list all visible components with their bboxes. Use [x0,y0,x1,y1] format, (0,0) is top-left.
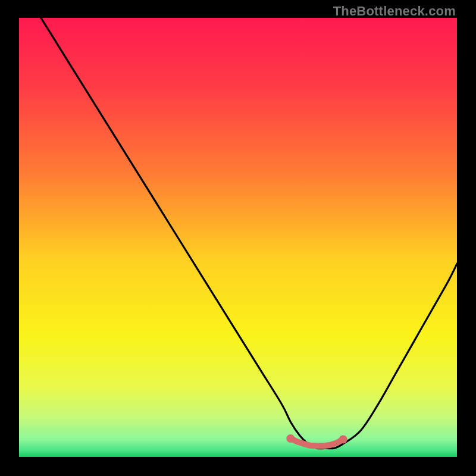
optimal-range-endpoint [339,435,347,443]
bottleneck-curve [19,18,457,457]
chart-frame [19,18,457,457]
plot-area [19,18,457,457]
optimal-range-highlight [290,439,343,446]
watermark-text: TheBottleneck.com [333,4,456,19]
optimal-range-endpoint [286,434,295,443]
